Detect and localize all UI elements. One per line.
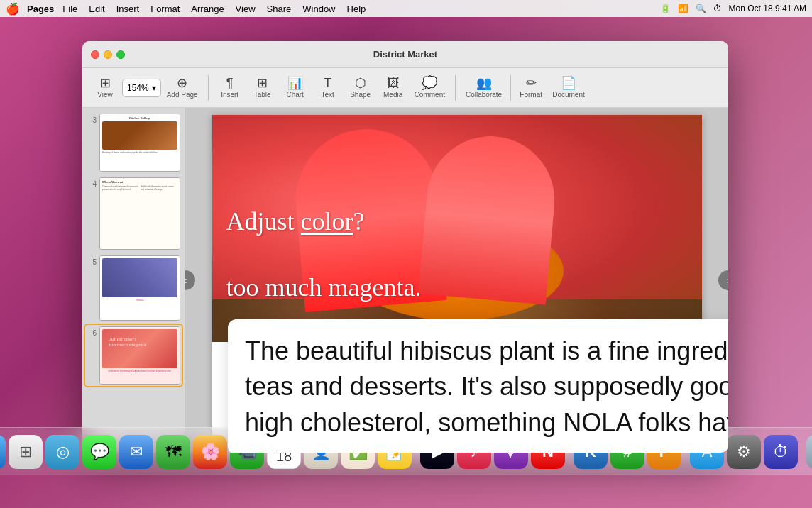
menu-view[interactable]: View xyxy=(230,4,261,14)
sidebar-thumbnails[interactable]: 3 Kitchen College A variety of dishes an… xyxy=(82,108,185,453)
chart-label: Chart xyxy=(286,91,303,99)
dock-mail[interactable]: ✉ xyxy=(119,435,153,469)
close-button[interactable] xyxy=(91,50,99,59)
add-page-label: Add Page xyxy=(167,91,198,99)
toolbar-right-group: 👥 Collaborate ✏ Format 📄 Document xyxy=(461,72,589,104)
thumb6-content: Adjust color?too much magenta. cholester… xyxy=(100,327,180,384)
toolbar-format[interactable]: ✏ Format xyxy=(515,72,547,104)
apple-menu[interactable]: 🍎 xyxy=(6,2,20,16)
thumb6-image: Adjust color?too much magenta. xyxy=(102,329,177,368)
handwritten-line1: Adjust color? xyxy=(226,207,365,236)
toolbar-table[interactable]: ⊞ Table xyxy=(247,72,278,104)
thumb5-text: Hibiscus xyxy=(102,299,177,302)
toolbar-divider-3 xyxy=(510,75,511,101)
thumb4-content: Where We're At Content about location an… xyxy=(100,178,180,249)
menu-edit[interactable]: Edit xyxy=(83,4,110,14)
dock-screentime[interactable]: ⏱ xyxy=(764,435,798,469)
dock-maps[interactable]: 🗺 xyxy=(156,435,190,469)
safari-icon: ◎ xyxy=(56,443,70,461)
page-num-3: 3 xyxy=(87,116,97,124)
dock-launchpad[interactable]: ⊞ xyxy=(9,435,43,469)
thumb3-content: Kitchen College A variety of dishes and … xyxy=(100,114,180,171)
tooltip-popup: The beautiful hibiscus plant is a fine i… xyxy=(228,319,728,453)
thumb3-title: Kitchen College xyxy=(102,116,177,120)
toolbar-chart[interactable]: 📊 Chart xyxy=(280,72,311,104)
menu-window[interactable]: Window xyxy=(297,4,341,14)
toolbar-collaborate[interactable]: 👥 Collaborate xyxy=(461,72,506,104)
desktop: District Market ⊞ View 154% ▾ ⊕ Add Page xyxy=(0,17,812,475)
wifi-icon[interactable]: 📶 xyxy=(678,4,688,13)
battery-icon[interactable]: 🔋 xyxy=(660,4,671,13)
menu-file[interactable]: File xyxy=(57,4,83,14)
toolbar-media[interactable]: 🖼 Media xyxy=(378,72,409,104)
shape-label: Shape xyxy=(350,91,371,99)
comment-icon: 💭 xyxy=(422,77,437,89)
thumb3-text: A variety of dishes and cooking tips for… xyxy=(102,151,177,154)
app-name[interactable]: Pages xyxy=(27,4,54,14)
thumbnail-page-6[interactable]: 6 Adjust color?too much magenta. cholest… xyxy=(85,325,182,386)
insert-label: Insert xyxy=(221,91,238,99)
dock-photos[interactable]: 🌸 xyxy=(193,435,227,469)
mail-icon: ✉ xyxy=(130,443,143,461)
toolbar-insert[interactable]: ¶ Insert xyxy=(214,72,246,104)
toolbar-divider-2 xyxy=(455,75,456,101)
control-center-icon[interactable]: ⏱ xyxy=(713,4,722,13)
add-page-icon: ⊕ xyxy=(177,77,187,89)
window-titlebar: District Market xyxy=(82,41,728,68)
thumb4-title: Where We're At xyxy=(102,180,177,184)
thumb5-content: Hibiscus xyxy=(100,256,180,320)
thumb4-col2: Additional information about events and … xyxy=(141,185,177,191)
thumb6-handwriting: Adjust color?too much magenta. xyxy=(109,336,147,348)
text-label: Text xyxy=(321,91,334,99)
document-icon: 📄 xyxy=(561,77,576,89)
launchpad-icon: ⊞ xyxy=(19,443,32,461)
handwritten-line2: too much magenta. xyxy=(226,273,422,302)
menu-insert[interactable]: Insert xyxy=(111,4,146,14)
dock-messages[interactable]: 💬 xyxy=(82,435,116,469)
toolbar-shape[interactable]: ⬡ Shape xyxy=(345,72,376,104)
dock-finder[interactable]: 🙂 xyxy=(0,435,6,469)
handwritten-overlay: Adjust color? too much magenta. xyxy=(226,172,422,304)
toolbar-view[interactable]: ⊞ View xyxy=(89,72,121,104)
canvas-area[interactable]: ‹ › xyxy=(185,108,728,453)
page-num-6: 6 xyxy=(87,329,97,337)
menu-share[interactable]: Share xyxy=(261,4,297,14)
toolbar-document[interactable]: 📄 Document xyxy=(548,72,589,104)
thumb4-columns: Content about location and community pre… xyxy=(102,185,177,191)
thumbnail-page-5[interactable]: 5 Hibiscus xyxy=(85,254,182,322)
watermelon-slice-2 xyxy=(418,131,559,305)
search-icon[interactable]: 🔍 xyxy=(696,4,706,13)
toolbar-text[interactable]: T Text xyxy=(312,72,344,104)
menu-help[interactable]: Help xyxy=(341,4,372,14)
handwritten-underline: color xyxy=(301,207,353,236)
dock-trash[interactable]: 🗑 xyxy=(806,435,812,469)
toolbar-divider-1 xyxy=(208,75,209,101)
insert-icon: ¶ xyxy=(226,77,234,89)
nav-prev-button[interactable]: ‹ xyxy=(185,270,195,290)
thumb3-image xyxy=(102,121,177,150)
menu-arrange[interactable]: Arrange xyxy=(185,4,229,14)
minimize-button[interactable] xyxy=(104,50,112,59)
view-icon: ⊞ xyxy=(100,77,111,89)
shape-icon: ⬡ xyxy=(355,77,366,89)
dock-safari[interactable]: ◎ xyxy=(45,435,79,469)
maximize-button[interactable] xyxy=(116,50,125,59)
photos-icon: 🌸 xyxy=(201,443,220,461)
maps-icon: 🗺 xyxy=(165,443,181,461)
menu-format[interactable]: Format xyxy=(145,4,185,14)
toolbar-add-page[interactable]: ⊕ Add Page xyxy=(163,72,202,104)
screentime-icon: ⏱ xyxy=(773,443,789,461)
pages-window: District Market ⊞ View 154% ▾ ⊕ Add Page xyxy=(82,41,728,453)
dock-system-prefs[interactable]: ⚙ xyxy=(727,435,761,469)
thumbnail-img-3: Kitchen College A variety of dishes and … xyxy=(99,114,180,172)
nav-next-button[interactable]: › xyxy=(718,270,728,290)
zoom-value: 154% xyxy=(127,83,149,93)
toolbar-insert-group: ¶ Insert ⊞ Table 📊 Chart T Text ⬡ Sha xyxy=(214,72,449,104)
toolbar-comment[interactable]: 💭 Comment xyxy=(410,72,449,104)
thumbnail-page-4[interactable]: 4 Where We're At Content about location … xyxy=(85,176,182,251)
window-controls xyxy=(91,50,125,59)
thumbnail-page-3[interactable]: 3 Kitchen College A variety of dishes an… xyxy=(85,112,182,173)
table-label: Table xyxy=(254,91,271,99)
toolbar-view-group: ⊞ View 154% ▾ ⊕ Add Page xyxy=(89,72,202,104)
toolbar-zoom[interactable]: 154% ▾ xyxy=(122,79,161,97)
